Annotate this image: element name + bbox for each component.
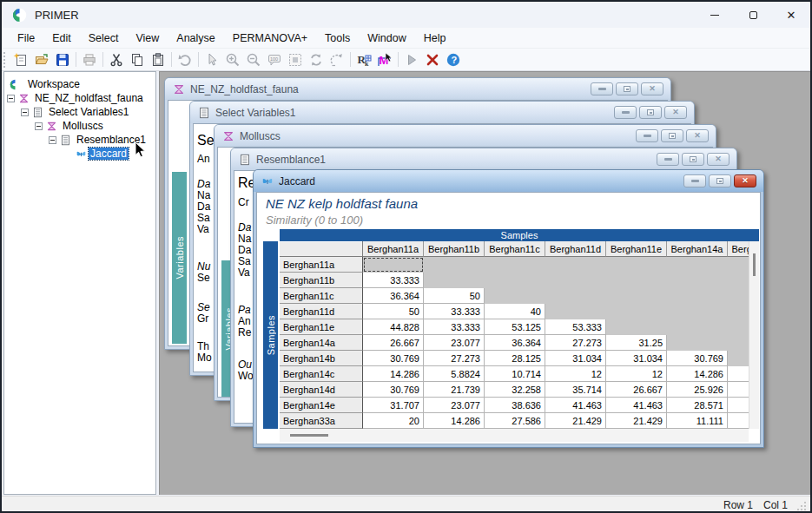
tree-label[interactable]: Workspace: [26, 78, 82, 90]
matrix-cell[interactable]: [606, 273, 667, 288]
matrix-column-header[interactable]: Berghan11a: [363, 241, 424, 257]
matrix-cell[interactable]: 28.125: [485, 351, 545, 366]
matrix-cell[interactable]: [667, 273, 728, 288]
close-button[interactable]: ✕: [686, 129, 709, 142]
matrix-row-header[interactable]: Berghan14c: [280, 366, 363, 382]
matrix-cell[interactable]: 5.8824: [424, 366, 485, 382]
minimize-button[interactable]: [591, 82, 613, 95]
tree-label[interactable]: NE_NZ_holdfast_fauna: [33, 92, 145, 104]
matrix-cell[interactable]: 33.333: [424, 304, 485, 319]
matrix-cell[interactable]: [728, 398, 749, 413]
maximize-button[interactable]: [734, 2, 772, 28]
minimize-button[interactable]: [657, 153, 679, 166]
matrix-cell[interactable]: [424, 273, 485, 288]
tree-collapse-box[interactable]: [35, 122, 43, 130]
matrix-row-header[interactable]: Berghan14d: [280, 382, 363, 398]
close-button[interactable]: ✕: [734, 174, 756, 187]
matrix-cell[interactable]: [667, 288, 728, 304]
close-button[interactable]: ✕: [641, 82, 663, 95]
matrix-row-header[interactable]: Berghan33a: [280, 413, 363, 429]
matrix-cell[interactable]: 23.077: [424, 398, 485, 413]
restore-button[interactable]: [639, 106, 662, 119]
matrix-cell[interactable]: [545, 257, 606, 273]
matrix-column-header[interactable]: Berghan11e: [606, 241, 667, 257]
tree-item-jaccard[interactable]: Jaccard: [4, 147, 155, 161]
tree-item-molluscs[interactable]: Molluscs: [4, 119, 155, 133]
matrix-cell[interactable]: [606, 319, 667, 335]
copy-icon[interactable]: [127, 50, 148, 69]
paste-icon[interactable]: [148, 50, 168, 69]
matrix-cell[interactable]: [667, 304, 728, 319]
tree-item-resemblance1[interactable]: Resemblance1: [4, 133, 155, 147]
minimize-button[interactable]: [683, 174, 706, 187]
window-titlebar[interactable]: Molluscs ✕: [215, 125, 716, 147]
matrix-row-header[interactable]: Berghan11d: [280, 304, 363, 319]
window-titlebar[interactable]: Resemblance1 ✕: [231, 148, 736, 170]
menu-analyse[interactable]: Analyse: [168, 30, 223, 47]
matrix-row-header[interactable]: Berghan11b: [280, 273, 363, 288]
matrix-cell[interactable]: 38.636: [485, 398, 545, 413]
matrix-display-wizard-icon[interactable]: M: [374, 50, 395, 69]
menu-edit[interactable]: Edit: [43, 30, 80, 47]
matrix-row-header[interactable]: Berghan11c: [280, 288, 363, 304]
matrix-cell[interactable]: [606, 257, 667, 273]
tree-label[interactable]: Molluscs: [61, 120, 105, 132]
help-icon[interactable]: ?: [443, 50, 464, 69]
matrix-cell[interactable]: 21.429: [545, 413, 606, 429]
menu-help[interactable]: Help: [415, 30, 455, 47]
app-titlebar[interactable]: PRIMER ✕: [2, 2, 810, 28]
matrix-cell[interactable]: [424, 257, 485, 273]
matrix-cell[interactable]: 53.125: [485, 319, 545, 335]
minimize-button[interactable]: [636, 129, 658, 142]
matrix-cell[interactable]: [667, 335, 728, 351]
matrix-cell[interactable]: [728, 382, 749, 398]
matrix-cell[interactable]: 50: [363, 304, 424, 319]
matrix-cell[interactable]: 30.769: [363, 351, 424, 366]
close-button[interactable]: ✕: [664, 106, 687, 119]
matrix-cell[interactable]: [728, 319, 749, 335]
tree-label[interactable]: Select Variables1: [47, 106, 131, 118]
matrix-cell[interactable]: [485, 273, 545, 288]
matrix-cell[interactable]: 25.926: [667, 382, 728, 398]
matrix-column-header[interactable]: Berghan11b: [424, 241, 485, 257]
matrix-cell[interactable]: [545, 273, 606, 288]
minimize-button[interactable]: [614, 106, 637, 119]
matrix-cell[interactable]: 10.714: [485, 366, 545, 382]
minimize-button[interactable]: [696, 2, 734, 28]
matrix-cell[interactable]: 28.571: [667, 398, 728, 413]
matrix-cell[interactable]: [667, 257, 728, 273]
matrix-cell[interactable]: 50: [424, 288, 485, 304]
matrix-column-header[interactable]: Berghan11c: [485, 241, 545, 257]
menu-permanova[interactable]: PERMANOVA+: [224, 30, 316, 47]
matrix-cell[interactable]: 14.286: [667, 366, 728, 382]
menu-tools[interactable]: Tools: [316, 30, 359, 47]
matrix-row-header[interactable]: Berghan14a: [280, 335, 363, 351]
matrix-cell[interactable]: 44.828: [363, 319, 424, 335]
menu-select[interactable]: Select: [80, 30, 128, 47]
matrix-cell[interactable]: 26.667: [606, 382, 667, 398]
vertical-scrollbar-thumb[interactable]: [753, 253, 756, 276]
matrix-cell[interactable]: 30.769: [363, 382, 424, 398]
matrix-cell[interactable]: 20: [363, 413, 424, 429]
matrix-cell[interactable]: 21.429: [606, 413, 667, 429]
matrix-cell[interactable]: 21.739: [424, 382, 485, 398]
matrix-cell[interactable]: 12: [545, 366, 606, 382]
matrix-cell[interactable]: 41.463: [606, 398, 667, 413]
cut-icon[interactable]: [106, 50, 127, 69]
matrix-cell[interactable]: [728, 335, 749, 351]
matrix-cell[interactable]: 36.364: [485, 335, 545, 351]
matrix-cell[interactable]: 40: [485, 304, 545, 319]
restore-button[interactable]: [709, 174, 731, 187]
matrix-cell[interactable]: 31.25: [606, 335, 667, 351]
rank-resemblance-icon[interactable]: Rk: [353, 50, 374, 69]
new-workspace-icon[interactable]: [10, 50, 31, 69]
matrix-cell[interactable]: 36.364: [363, 288, 424, 304]
matrix-cell[interactable]: [728, 413, 749, 429]
matrix-cell[interactable]: 11.111: [667, 413, 728, 429]
resize-grip[interactable]: [797, 501, 807, 510]
matrix-row-header[interactable]: Berghan14e: [280, 398, 363, 413]
matrix-cell[interactable]: [728, 366, 749, 382]
window-titlebar[interactable]: NE_NZ_holdfast_fauna ✕: [165, 78, 670, 100]
close-button[interactable]: ✕: [772, 2, 810, 28]
matrix-cell[interactable]: [545, 288, 606, 304]
